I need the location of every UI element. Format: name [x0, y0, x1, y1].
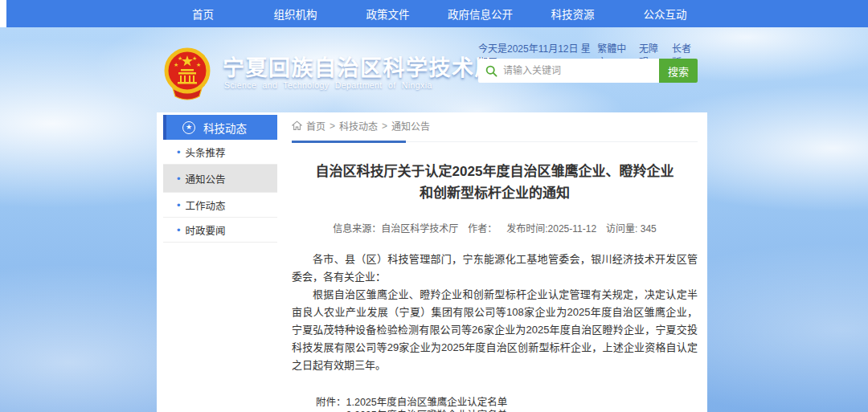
nav-item-5[interactable]: 科技资源 [526, 0, 619, 27]
sidebar-item-1[interactable]: •头条推荐 [163, 140, 277, 165]
article-meta-part-2: 作者： [468, 223, 497, 235]
bullet-icon: • [177, 147, 181, 157]
top-nav-bar: 首页组织机构政策文件政府信息公开科技资源公众互动 [6, 0, 868, 27]
attachment-link-1[interactable]: 1.2025年度自治区雏鹰企业认定名单 [346, 396, 538, 409]
sidebar-item-4[interactable]: •时政要闻 [163, 218, 277, 243]
sidebar: ★ 科技动态 •头条推荐•通知公告•工作动态•时政要闻 [163, 115, 277, 243]
sidebar-title: 科技动态 [203, 120, 247, 136]
breadcrumb-item-2[interactable]: 科技动态 [339, 119, 378, 133]
article-meta-part-4: 访问量: 345 [606, 223, 657, 235]
article-title-line1: 自治区科技厅关于认定2025年度自治区雏鹰企业、瞪羚企业 [292, 161, 698, 182]
breadcrumb: 首页>科技动态>通知公告 [292, 119, 698, 142]
sidebar-list: •头条推荐•通知公告•工作动态•时政要闻 [163, 140, 277, 243]
article-meta-part-3: 发布时间:2025-11-12 [506, 223, 596, 235]
article-title: 自治区科技厅关于认定2025年度自治区雏鹰企业、瞪羚企业 和创新型标杆企业的通知 [292, 161, 698, 204]
content-panel: ★ 科技动态 •头条推荐•通知公告•工作动态•时政要闻 首页>科技动态>通知公告… [157, 112, 707, 412]
sidebar-item-label: 工作动态 [186, 198, 226, 213]
svg-text:★: ★ [174, 62, 178, 67]
sidebar-item-label: 时政要闻 [186, 222, 226, 238]
sidebar-item-3[interactable]: •工作动态 [163, 193, 277, 218]
bullet-icon: • [177, 200, 181, 210]
attachments-list: 1.2025年度自治区雏鹰企业认定名单2.2025年度自治区瞪羚企业认定名单3.… [346, 396, 538, 412]
article-meta-part-1: 信息来源：自治区科学技术厅 [333, 223, 458, 235]
main-area: 首页>科技动态>通知公告 自治区科技厅关于认定2025年度自治区雏鹰企业、瞪羚企… [292, 119, 698, 412]
attachments-block: 附件： 1.2025年度自治区雏鹰企业认定名单2.2025年度自治区瞪羚企业认定… [316, 396, 698, 412]
breadcrumb-separator: > [330, 120, 335, 132]
breadcrumb-item-1[interactable]: 首页 [306, 119, 326, 133]
attachment-link-2[interactable]: 2.2025年度自治区瞪羚企业认定名单 [346, 409, 538, 412]
svg-text:★: ★ [196, 62, 201, 67]
article-paragraph-1: 各市、县（区）科技管理部门，宁东能源化工基地管委会，银川经济技术开发区管委会，各… [292, 251, 698, 286]
bullet-icon: • [177, 173, 181, 184]
search-icon [485, 65, 497, 77]
search-input[interactable] [503, 65, 659, 76]
nav-item-6[interactable]: 公众互动 [619, 0, 711, 27]
national-emblem-logo: ★ ★ ★ ★ [161, 47, 214, 101]
search-button[interactable]: 搜索 [659, 59, 698, 83]
sidebar-item-2[interactable]: •通知公告 [163, 165, 277, 193]
sidebar-item-label: 通知公告 [186, 171, 226, 186]
nav-item-3[interactable]: 政策文件 [342, 0, 434, 27]
sidebar-header: ★ 科技动态 [163, 115, 277, 140]
site-subtitle: Science and Technology Department of Nin… [224, 80, 435, 90]
article-meta: 信息来源：自治区科学技术厅作者：发布时间:2025-11-12访问量: 345 [292, 221, 698, 235]
sidebar-item-label: 头条推荐 [186, 145, 226, 160]
site-title: 宁夏回族自治区科学技术厅 [223, 51, 497, 82]
nav-item-4[interactable]: 政府信息公开 [434, 0, 526, 27]
star-circle-icon: ★ [182, 121, 195, 134]
home-icon [292, 120, 302, 131]
breadcrumb-item-3[interactable]: 通知公告 [391, 119, 430, 133]
nav-item-2[interactable]: 组织机构 [249, 0, 342, 27]
attachments-label: 附件： [316, 396, 346, 412]
search-bar: 搜索 [478, 59, 698, 83]
article-body: 各市、县（区）科技管理部门，宁东能源化工基地管委会，银川经济技术开发区管委会，各… [292, 251, 698, 374]
nav-item-1[interactable]: 首页 [157, 0, 249, 27]
article-title-line2: 和创新型标杆企业的通知 [292, 182, 698, 204]
svg-text:★: ★ [192, 55, 197, 61]
breadcrumb-separator: > [382, 120, 387, 132]
svg-text:★: ★ [178, 55, 182, 61]
bullet-icon: • [177, 225, 181, 235]
nav-menu: 首页组织机构政策文件政府信息公开科技资源公众互动 [157, 0, 711, 27]
article-paragraph-2: 根据自治区雏鹰企业、瞪羚企业和创新型标杆企业认定管理有关规定，决定认定半亩良人农… [292, 286, 698, 374]
